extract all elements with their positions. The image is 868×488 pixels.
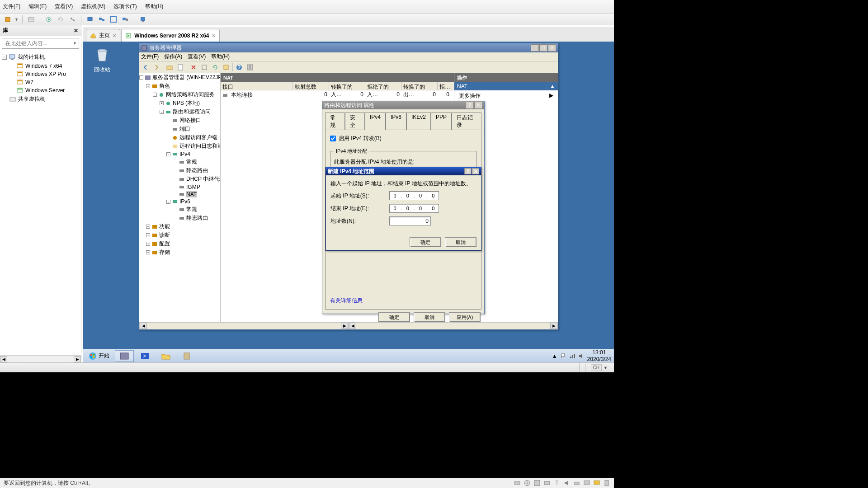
expander-icon[interactable]: + (160, 101, 164, 105)
server-manager-titlebar[interactable]: 服务器管理器 _ □ ✕ (139, 43, 558, 52)
cancel-button[interactable]: 取消 (445, 237, 476, 247)
library-close-button[interactable]: ✕ (74, 28, 78, 34)
library-vm-item[interactable]: W7 (2, 78, 79, 86)
dropdown-arrow-icon[interactable]: ▼ (604, 366, 608, 370)
close-button[interactable]: ✕ (548, 44, 556, 52)
ip-octet[interactable]: 0 (415, 206, 426, 211)
multi-monitor-button[interactable] (120, 15, 130, 24)
taskbar-item-powershell[interactable]: >_ (136, 350, 155, 362)
close-button[interactable]: ✕ (472, 168, 479, 174)
ip-octet[interactable]: 0 (402, 206, 413, 211)
unity-button[interactable] (97, 15, 107, 24)
ip-octet[interactable]: 0 (390, 193, 400, 198)
menu-view[interactable]: 查看(V) (55, 3, 73, 10)
close-button[interactable]: ✕ (474, 102, 482, 109)
help-button[interactable]: ? (466, 102, 474, 109)
cd-icon[interactable] (524, 479, 531, 487)
expander-icon[interactable]: + (146, 250, 150, 254)
tray-arrow-icon[interactable]: ▲ (552, 353, 557, 359)
toolbar-button[interactable] (245, 63, 255, 72)
expander-icon[interactable]: - (160, 110, 164, 114)
tab-home[interactable]: 主页 × (86, 29, 120, 42)
menu-file[interactable]: 文件(F) (3, 3, 20, 10)
sm-menu-view[interactable]: 查看(V) (188, 53, 206, 61)
expander-icon[interactable]: - (139, 75, 143, 80)
start-button[interactable]: 开始 (84, 350, 114, 362)
refresh-button[interactable] (211, 63, 220, 72)
expander-icon[interactable]: - (166, 200, 170, 204)
taskbar-item-explorer[interactable] (156, 350, 175, 362)
properties-button[interactable] (176, 63, 185, 72)
ip-octet[interactable]: 0 (428, 193, 439, 198)
col-header[interactable]: 拒… (438, 82, 451, 90)
ok-button[interactable]: 确定 (378, 312, 410, 322)
forward-button[interactable] (152, 63, 161, 72)
tab-ipv4[interactable]: IPv4 (365, 113, 386, 130)
device-icon[interactable] (603, 479, 610, 487)
expander-icon[interactable]: - (146, 84, 150, 88)
taskbar-item-server-manager[interactable] (115, 350, 134, 362)
col-header[interactable]: 转换了的入… (329, 82, 365, 90)
tab-ppp[interactable]: PPP (431, 113, 452, 130)
library-my-computer[interactable]: − 我的计算机 (2, 52, 79, 62)
apply-button[interactable]: 应用(A) (449, 312, 481, 322)
checkbox-input[interactable] (330, 136, 336, 141)
sm-menu-file[interactable]: 文件(F) (141, 53, 159, 61)
tab-ikev2[interactable]: IKEv2 (406, 113, 431, 130)
col-header[interactable]: 映射总数 (293, 82, 329, 90)
ok-button[interactable]: 确定 (410, 237, 441, 247)
ime-indicator[interactable]: CH (591, 364, 602, 371)
fit-guest-button[interactable] (85, 15, 95, 24)
expander-icon[interactable]: − (2, 55, 7, 60)
hdd-icon[interactable] (514, 479, 521, 487)
recycle-bin-icon[interactable]: 回收站 (90, 45, 115, 74)
collapse-arrow-icon[interactable]: ▲ (550, 82, 555, 90)
dropdown-arrow-icon[interactable]: ▼ (73, 41, 77, 46)
tab-ipv6[interactable]: IPv6 (386, 113, 406, 130)
count-input[interactable] (389, 216, 431, 225)
actions-more-item[interactable]: 更多操作▶ (454, 90, 558, 102)
menu-vm[interactable]: 虚拟机(M) (81, 3, 105, 10)
ip-octet[interactable]: 0 (402, 193, 413, 198)
end-ip-input[interactable]: 0. 0. 0. 0 (389, 204, 439, 213)
library-scrollbar[interactable]: ◀ ▶ (0, 355, 81, 362)
ip-octet[interactable]: 0 (428, 206, 439, 211)
scroll-right-button[interactable]: ▶ (74, 356, 81, 362)
main-row[interactable]: 本地连接 0 0 0 0 0 (221, 90, 454, 100)
display-icon[interactable] (583, 479, 590, 487)
minimize-button[interactable]: _ (531, 44, 539, 52)
tab-close-button[interactable]: × (113, 32, 116, 39)
details-link[interactable]: 有关详细信息 (330, 297, 363, 305)
cancel-button[interactable]: 取消 (414, 312, 445, 322)
fullscreen-button[interactable] (108, 15, 118, 24)
revert-snapshot-button[interactable] (56, 15, 66, 24)
library-vm-item[interactable]: Windows 7 x64 (2, 62, 79, 70)
menu-edit[interactable]: 编辑(E) (28, 3, 47, 10)
toolbar-button[interactable] (200, 63, 209, 72)
tab-general[interactable]: 常规 (325, 113, 345, 130)
floppy-icon[interactable] (533, 479, 541, 487)
server-manager-tree[interactable]: -服务器管理器 (WIN-IEV22JP7P6 -角色 -网络策略和访问服务 +… (139, 73, 221, 322)
start-ip-input[interactable]: 0. 0. 0. 0 (389, 191, 439, 200)
expander-icon[interactable]: - (153, 93, 157, 97)
col-header[interactable]: 接口 (221, 82, 293, 90)
scroll-left-button[interactable]: ◀ (140, 323, 147, 329)
usb-icon[interactable] (553, 479, 561, 487)
library-vm-item[interactable]: Windows Server (2, 86, 79, 94)
menu-help[interactable]: 帮助(H) (145, 3, 164, 10)
dropdown-arrow-icon[interactable]: ▼ (14, 17, 19, 22)
up-button[interactable] (165, 63, 174, 72)
delete-button[interactable] (189, 63, 198, 72)
props-titlebar[interactable]: 路由和远程访问 属性 ? ✕ (322, 101, 484, 109)
expander-icon[interactable]: + (146, 242, 150, 246)
printer-icon[interactable] (573, 479, 580, 487)
volume-icon[interactable] (578, 353, 585, 359)
tab-logging[interactable]: 日志记录 (452, 113, 481, 130)
tab-active-vm[interactable]: Windows Server 2008 R2 x64 × (121, 29, 220, 42)
scroll-right-button[interactable]: ▶ (550, 323, 557, 329)
taskbar-item[interactable] (177, 350, 196, 362)
message-icon[interactable] (593, 479, 600, 487)
flag-icon[interactable] (560, 353, 566, 359)
maximize-button[interactable]: □ (539, 44, 547, 52)
scroll-left-button[interactable]: ◀ (0, 356, 7, 362)
